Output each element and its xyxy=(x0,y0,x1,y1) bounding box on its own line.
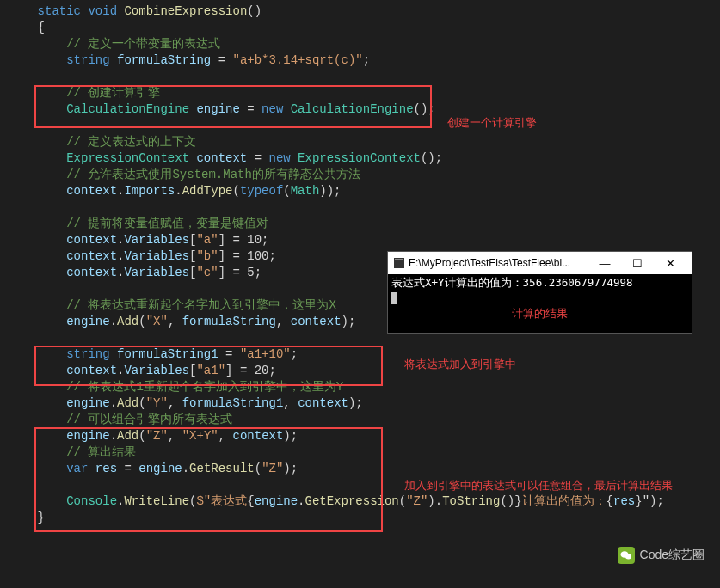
console-cursor xyxy=(391,292,397,304)
close-button[interactable]: ✕ xyxy=(654,252,686,274)
console-output[interactable]: 表达式X+Y计算出的值为：356.2360679774998 计算的结果 xyxy=(388,274,692,333)
annotation-2: 计算的结果 xyxy=(391,303,688,322)
code-line: // 定义表达式的上下文 xyxy=(9,134,720,150)
minimize-button[interactable]: — xyxy=(588,252,621,274)
code-line: context.Variables["a1"] = 20; xyxy=(9,363,720,379)
code-line: context.Imports.AddType(typeof(Math)); xyxy=(9,183,720,199)
console-app-icon xyxy=(393,257,405,269)
code-line xyxy=(9,69,720,85)
svg-point-3 xyxy=(625,554,631,560)
code-line: CalculationEngine engine = new Calculati… xyxy=(9,101,720,118)
watermark: Code综艺圈 xyxy=(618,547,705,564)
code-line: ExpressionContext context = new Expressi… xyxy=(9,150,720,167)
code-line: } xyxy=(9,510,720,526)
console-output-line: 表达式X+Y计算出的值为：356.2360679774998 xyxy=(391,276,688,291)
annotation-1: 创建一个计算引擎 xyxy=(447,115,537,131)
code-line: Console.WriteLine($"表达式{engine.GetExpres… xyxy=(9,493,720,510)
annotation-3: 将表达式加入到引擎中 xyxy=(404,357,516,372)
code-line: { xyxy=(9,20,720,36)
wechat-icon xyxy=(618,547,635,564)
code-line: // 定义一个带变量的表达式 xyxy=(9,36,720,52)
console-title: E:\MyProject\TestElsa\TestFlee\bi... xyxy=(409,257,588,269)
watermark-text: Code综艺圈 xyxy=(640,548,705,563)
code-line: // 提前将变量值赋值，变量是键值对 xyxy=(9,216,720,232)
console-window[interactable]: E:\MyProject\TestElsa\TestFlee\bi... — ☐… xyxy=(387,251,692,334)
code-line: // 将表达式1重新起个名字加入到引擎中，这里为Y xyxy=(9,379,720,395)
code-line: static void CombineExpression() xyxy=(9,3,720,20)
code-line xyxy=(9,199,720,216)
code-line xyxy=(9,118,720,134)
code-line: // 允许表达式使用System.Math的所有静态公共方法 xyxy=(9,167,720,183)
console-titlebar[interactable]: E:\MyProject\TestElsa\TestFlee\bi... — ☐… xyxy=(388,252,692,274)
annotation-4: 加入到引擎中的表达式可以任意组合，最后计算出结果 xyxy=(404,477,705,494)
code-line: // 创建计算引擎 xyxy=(9,85,720,101)
code-line: // 算出结果 xyxy=(9,444,720,461)
code-line: string formulaString1 = "a1+10"; xyxy=(9,346,720,363)
code-line: var res = engine.GetResult("Z"); xyxy=(9,461,720,477)
code-line: engine.Add("Z", "X+Y", context); xyxy=(9,428,720,444)
code-line: // 可以组合引擎内所有表达式 xyxy=(9,412,720,428)
code-line: context.Variables["a"] = 10; xyxy=(9,232,720,248)
svg-rect-1 xyxy=(395,259,403,260)
maximize-button[interactable]: ☐ xyxy=(621,252,654,274)
code-line: engine.Add("Y", formulaString1, context)… xyxy=(9,395,720,412)
code-line: string formulaString = "a+b*3.14+sqrt(c)… xyxy=(9,52,720,69)
